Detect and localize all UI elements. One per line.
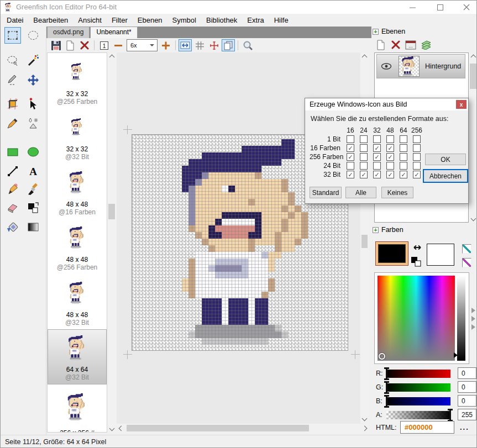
scroll-down-arrow[interactable] (469, 214, 477, 223)
tool-rectangle[interactable] (4, 144, 21, 160)
transparent-color-button[interactable] (462, 244, 471, 254)
minimize-button[interactable] (403, 1, 422, 14)
format-checkbox-16Farben-24[interactable] (360, 144, 368, 152)
menu-symbol[interactable]: Symbol (167, 14, 201, 27)
tool-ellipse-select[interactable] (25, 27, 41, 44)
expand-icon[interactable]: + (373, 29, 379, 35)
red-slider[interactable] (386, 370, 450, 378)
format-checkbox-16Farben-48[interactable]: ✓ (386, 144, 394, 152)
page-item-0[interactable]: 32 x 32@256 Farben (48, 53, 107, 108)
tool-line[interactable] (4, 163, 21, 180)
layer-row-hintergrund[interactable]: Hintergrund (376, 54, 465, 78)
format-checkbox-24Bit-256[interactable] (413, 162, 421, 170)
page-item-1[interactable]: 32 x 32@32 Bit (48, 108, 107, 164)
panel-resize-arrow[interactable] (471, 316, 475, 321)
zoom-tool-button[interactable] (241, 39, 254, 51)
tool-crop[interactable] (4, 96, 21, 112)
centerlines-toggle[interactable] (207, 39, 221, 51)
slider-thumb[interactable] (384, 395, 389, 408)
canvas-hscrollbar[interactable] (117, 424, 369, 433)
tool-gradient[interactable] (25, 219, 41, 235)
tool-retouch[interactable] (25, 115, 41, 131)
scroll-right-arrow[interactable] (360, 424, 369, 433)
menu-ansicht[interactable]: Ansicht (73, 14, 107, 27)
alpha-value[interactable]: 255 (458, 409, 476, 420)
format-checkbox-256Farben-48[interactable]: ✓ (386, 153, 394, 161)
format-checkbox-24Bit-32[interactable] (373, 162, 381, 170)
scrollbar-thumb[interactable] (127, 425, 309, 431)
value-pointer-icon[interactable] (454, 352, 458, 358)
page-item-5[interactable]: 64 x 64@32 Bit (48, 329, 107, 384)
zoom-dropdown[interactable]: 6x (127, 39, 158, 51)
scroll-down-arrow[interactable] (107, 424, 116, 433)
scroll-up-arrow[interactable] (107, 52, 116, 61)
format-checkbox-256Farben-256[interactable] (413, 153, 421, 161)
tab-osdvd[interactable]: osdvd.png (47, 27, 90, 38)
all-button[interactable]: Alle (345, 187, 376, 198)
menu-filter[interactable]: Filter (107, 14, 133, 27)
pages-view-toggle[interactable] (222, 39, 235, 51)
zoom-out-button[interactable] (112, 39, 125, 51)
background-color-swatch[interactable] (427, 244, 454, 266)
format-checkbox-32Bit-16[interactable]: ✓ (347, 171, 354, 178)
tool-rect-select[interactable] (4, 27, 21, 44)
format-checkbox-32Bit-256[interactable]: ✓ (413, 171, 421, 178)
format-checkbox-16Farben-16[interactable]: ✓ (347, 144, 354, 152)
format-checkbox-24Bit-16[interactable] (347, 162, 354, 170)
scroll-up-arrow[interactable] (469, 52, 477, 61)
format-checkbox-1Bit-24[interactable] (360, 135, 368, 143)
slider-thumb[interactable] (384, 367, 389, 380)
format-checkbox-1Bit-256[interactable] (413, 135, 421, 143)
more-colors-button[interactable]: ... (460, 426, 469, 429)
tool-text[interactable]: A (25, 163, 41, 180)
slider-thumb[interactable] (448, 409, 453, 421)
tool-lasso-select[interactable] (4, 52, 21, 69)
menu-hilfe[interactable]: Hilfe (269, 14, 293, 27)
format-checkbox-32Bit-64[interactable]: ✓ (400, 171, 407, 178)
pages-scrollbar[interactable] (107, 52, 116, 433)
default-colors-icon[interactable] (411, 256, 422, 267)
standard-button[interactable]: Standard (310, 187, 342, 198)
menu-ebenen[interactable]: Ebenen (133, 14, 167, 27)
format-checkbox-256Farben-64[interactable] (400, 153, 407, 161)
tool-pencil[interactable] (4, 181, 21, 198)
value-bar[interactable] (457, 276, 465, 361)
tool-eyedropper[interactable] (4, 115, 21, 131)
html-color-input[interactable]: #000000 (400, 421, 454, 434)
invert-color-button[interactable] (462, 258, 471, 267)
format-checkbox-16Farben-256[interactable] (413, 144, 421, 152)
delete-layer-button[interactable] (389, 39, 402, 51)
slider-thumb[interactable] (384, 381, 389, 394)
menu-extra[interactable]: Extra (242, 14, 269, 27)
format-checkbox-16Farben-32[interactable]: ✓ (373, 144, 381, 152)
tool-move[interactable] (25, 72, 41, 88)
scroll-up-arrow[interactable] (360, 52, 369, 61)
page-item-3[interactable]: 48 x 48@256 Farben (48, 219, 107, 274)
none-button[interactable]: Keines (381, 187, 413, 198)
format-checkbox-1Bit-48[interactable] (386, 135, 394, 143)
save-button[interactable] (49, 39, 62, 51)
format-checkbox-1Bit-32[interactable] (373, 135, 381, 143)
scrollbar-thumb[interactable] (470, 64, 476, 89)
menu-bearbeiten[interactable]: Bearbeiten (28, 14, 73, 27)
scroll-left-arrow[interactable] (117, 424, 125, 433)
layers-scrollbar[interactable] (469, 52, 477, 223)
scroll-down-arrow[interactable] (360, 414, 369, 423)
format-checkbox-256Farben-16[interactable]: ✓ (347, 153, 354, 161)
hue-saturation-field[interactable] (378, 276, 455, 361)
new-page-button[interactable] (64, 39, 77, 51)
fit-window-toggle[interactable] (179, 39, 192, 51)
tool-pen-select[interactable] (4, 72, 21, 88)
format-checkbox-1Bit-16[interactable] (347, 135, 354, 143)
panel-resize-arrow[interactable] (471, 324, 475, 330)
swap-colors-icon[interactable] (412, 244, 423, 251)
tool-ellipse[interactable] (25, 144, 41, 160)
format-checkbox-24Bit-24[interactable] (360, 162, 368, 170)
format-checkbox-256Farben-24[interactable] (360, 153, 368, 161)
scrollbar-thumb[interactable] (108, 204, 115, 219)
tool-brush[interactable] (25, 181, 41, 198)
red-value[interactable]: 0 (458, 367, 476, 379)
layer-properties-button[interactable]: ... (404, 39, 417, 51)
close-button[interactable] (457, 1, 476, 14)
cancel-button[interactable]: Abbrechen (423, 169, 468, 183)
